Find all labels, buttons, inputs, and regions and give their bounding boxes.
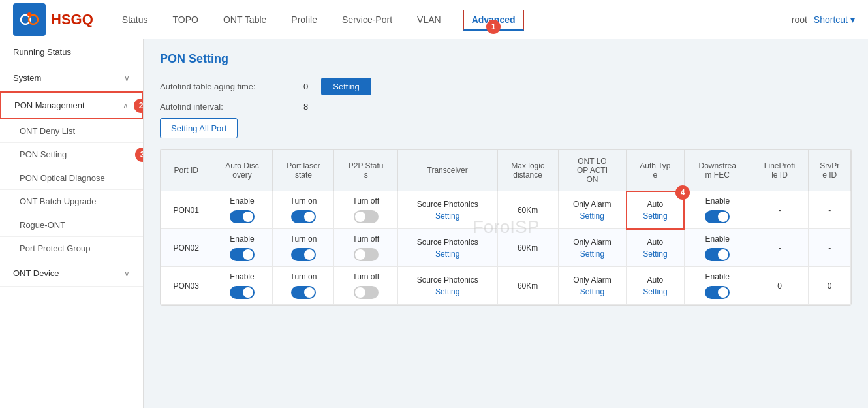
td-auth-type: Auto Setting xyxy=(627,229,684,267)
table-container: ForoISP Port ID Auto Discovery Port lase… xyxy=(160,149,852,306)
sidebar-item-rogue-ont[interactable]: Rogue-ONT xyxy=(0,213,143,237)
fec-toggle[interactable] xyxy=(705,286,730,299)
table-header-row: Port ID Auto Discovery Port laserstate P… xyxy=(161,150,851,191)
ont-loop-setting-link[interactable]: Setting xyxy=(580,212,604,221)
fec-label: Enable xyxy=(705,196,730,206)
p2p-toggle[interactable] xyxy=(354,248,379,261)
port-laser-label: Turn on xyxy=(290,272,317,281)
nav-profile[interactable]: Profile xyxy=(288,9,320,30)
ont-loop-label: Only Alarm xyxy=(573,200,612,209)
ont-loop-label: Only Alarm xyxy=(573,275,612,285)
sidebar-item-pon-optical-diagnose[interactable]: PON Optical Diagnose xyxy=(0,166,143,190)
auth-type-label: Auto xyxy=(647,275,664,285)
td-port-laser: Turn on xyxy=(273,267,334,305)
td-auto-disc: Enable xyxy=(211,229,273,267)
auth-type-setting-link[interactable]: Setting xyxy=(643,287,667,296)
p2p-label: Turn off xyxy=(352,196,379,206)
td-ont-loop: Only AlarmSetting xyxy=(558,229,627,267)
transceiver-setting-link[interactable]: Setting xyxy=(435,212,459,221)
fec-label: Enable xyxy=(705,234,729,243)
transceiver-setting-link[interactable]: Setting xyxy=(435,287,459,296)
td-ont-loop: Only AlarmSetting xyxy=(558,267,627,305)
autofind-interval-label: Autofind interval: xyxy=(160,102,290,112)
annotation-badge-1: 1 xyxy=(486,20,501,34)
sidebar-item-port-protect-group[interactable]: Port Protect Group xyxy=(0,237,143,260)
sidebar-item-ont-batch-upgrade[interactable]: ONT Batch Upgrade xyxy=(0,190,143,213)
transceiver-setting-link[interactable]: Setting xyxy=(435,249,459,259)
ont-loop-label: Only Alarm xyxy=(573,238,612,247)
sidebar-item-running-status[interactable]: Running Status xyxy=(0,39,143,65)
annotation-badge-2: 2 xyxy=(134,99,144,113)
port-laser-label: Turn on xyxy=(290,196,317,206)
auth-type-setting-link[interactable]: Setting xyxy=(643,249,667,259)
auto-disc-toggle[interactable] xyxy=(230,248,255,261)
th-p2p-status: P2P Status xyxy=(334,150,397,191)
td-srvpr-id: 0 xyxy=(809,267,851,305)
p2p-label: Turn off xyxy=(352,272,379,281)
auth-type-label: Auto xyxy=(647,238,664,247)
sidebar-item-pon-setting[interactable]: PON Setting 3 xyxy=(0,143,143,166)
setting-button[interactable]: Setting xyxy=(321,78,371,95)
td-srvpr-id: - xyxy=(809,191,851,229)
ont-loop-setting-link[interactable]: Setting xyxy=(580,249,604,259)
chevron-up-icon: ∧ xyxy=(123,101,129,110)
port-laser-toggle[interactable] xyxy=(291,210,316,223)
auth-type-label: Auto xyxy=(647,200,664,209)
table-row: PON02Enable Turn on Turn off Source Phot… xyxy=(161,229,851,267)
chevron-down-icon: ∨ xyxy=(124,269,130,278)
td-port-laser: Turn on xyxy=(273,191,334,229)
port-laser-label: Turn on xyxy=(290,234,317,243)
nav-shortcut[interactable]: Shortcut ▾ xyxy=(814,14,855,25)
logo-area: HSGQ xyxy=(13,3,93,36)
th-srvpr-id: SrvPre ID xyxy=(809,150,851,191)
td-p2p: Turn off xyxy=(334,229,397,267)
auth-type-setting-link[interactable]: Setting xyxy=(643,212,667,221)
ont-loop-setting-link[interactable]: Setting xyxy=(580,287,604,296)
pon-settings-table: Port ID Auto Discovery Port laserstate P… xyxy=(161,149,851,305)
auto-disc-label: Enable xyxy=(230,196,254,206)
sidebar-item-ont-device[interactable]: ONT Device ∨ xyxy=(0,260,143,287)
th-max-logic: Max logicdistance xyxy=(497,150,558,191)
sidebar-item-ont-deny-list[interactable]: ONT Deny List xyxy=(0,119,143,143)
sidebar-item-system[interactable]: System ∨ xyxy=(0,65,143,91)
td-lineprofile-id: - xyxy=(751,229,809,267)
td-downstream-fec: Enable xyxy=(684,191,751,229)
port-laser-toggle[interactable] xyxy=(291,248,316,261)
td-transceiver: Source PhotonicsSetting xyxy=(397,267,497,305)
td-p2p: Turn off xyxy=(334,191,397,229)
auto-disc-toggle[interactable] xyxy=(230,286,255,299)
td-max-logic: 60Km xyxy=(497,267,558,305)
auto-disc-toggle[interactable] xyxy=(230,210,255,223)
chevron-down-icon: ▾ xyxy=(850,14,855,25)
fec-toggle[interactable] xyxy=(705,248,730,261)
autofind-value: 0 xyxy=(303,82,308,91)
nav-topo[interactable]: TOPO xyxy=(170,9,201,30)
p2p-toggle[interactable] xyxy=(354,210,379,223)
p2p-toggle[interactable] xyxy=(354,286,379,299)
nav-ont-table[interactable]: ONT Table xyxy=(221,9,269,30)
nav-status[interactable]: Status xyxy=(119,9,151,30)
p2p-label: Turn off xyxy=(352,234,379,243)
setting-all-port-button[interactable]: Setting All Port xyxy=(160,118,238,138)
th-auth-type: Auth Type xyxy=(627,150,684,191)
td-downstream-fec: Enable xyxy=(684,229,751,267)
sidebar-item-pon-management[interactable]: PON Management ∧ 2 xyxy=(0,91,143,119)
fec-toggle[interactable] xyxy=(705,210,730,223)
nav-right: root Shortcut ▾ xyxy=(792,14,855,25)
autofind-interval-row: Autofind interval: 8 xyxy=(160,102,852,112)
th-lineprofile-id: LineProfile ID xyxy=(751,150,809,191)
nav-vlan[interactable]: VLAN xyxy=(414,9,444,30)
chevron-down-icon: ∨ xyxy=(124,74,130,83)
td-downstream-fec: Enable xyxy=(684,267,751,305)
sidebar: Running Status System ∨ PON Management ∧… xyxy=(0,39,144,408)
table-row: PON03Enable Turn on Turn off Source Phot… xyxy=(161,267,851,305)
td-lineprofile-id: 0 xyxy=(751,267,809,305)
main-nav: Status TOPO ONT Table Profile Service-Po… xyxy=(119,9,779,30)
page-title: PON Setting xyxy=(160,52,852,66)
nav-service-port[interactable]: Service-Port xyxy=(339,9,395,30)
th-ont-loop: ONT LOOP ACTION xyxy=(558,150,627,191)
port-laser-toggle[interactable] xyxy=(291,286,316,299)
th-transceiver: Transceiver xyxy=(397,150,497,191)
td-max-logic: 60Km xyxy=(497,229,558,267)
nav-advanced-wrap: Advanced 1 xyxy=(463,14,524,25)
